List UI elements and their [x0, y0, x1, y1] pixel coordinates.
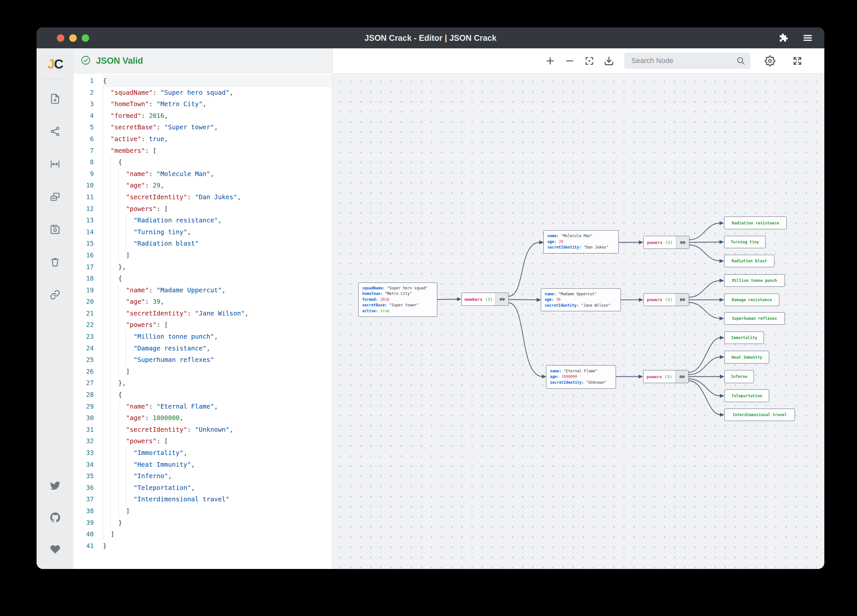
graph-canvas[interactable]: squadName: "Super hero squad"homeTown: "… [333, 73, 825, 569]
indent-guide [103, 435, 110, 447]
github-icon[interactable] [50, 511, 61, 523]
jsoncrack-logo[interactable]: JC [47, 57, 63, 71]
graph-node-member-3[interactable]: name: "Eternal Flame"age: 1000000secretI… [546, 365, 616, 388]
code-line[interactable]: 4"formed": 2016, [73, 110, 332, 122]
code-line[interactable]: 29"name": "Eternal Flame", [73, 401, 332, 413]
graph-node-powers-2[interactable]: powers (3) [644, 293, 689, 306]
line-number: 41 [73, 540, 103, 552]
code-line[interactable]: 34"Heat Immunity", [73, 459, 332, 471]
code-line[interactable]: 25"Superhuman reflexes" [73, 354, 332, 366]
menu-icon[interactable] [802, 33, 813, 43]
code-line[interactable]: 22"powers": [ [73, 319, 332, 331]
code-line[interactable]: 11"secretIdentity": "Dan Jukes", [73, 191, 332, 203]
graph-node-leaf-million-tonne-punch[interactable]: Million tonne punch [724, 274, 785, 287]
graph-node-member-2[interactable]: name: "Madame Uppercut"age: 39secretIden… [541, 288, 621, 311]
indent-guide [110, 238, 118, 249]
graph-node-member-1[interactable]: name: "Molecule Man"age: 29secretIdentit… [543, 230, 619, 254]
indent-guide [126, 331, 133, 343]
code-line[interactable]: 18{ [73, 273, 332, 285]
search-icon[interactable] [736, 56, 745, 67]
graph-node-leaf-radiation-resistance[interactable]: Radiation resistance [724, 217, 787, 229]
code-line[interactable]: 39} [73, 517, 332, 529]
graph-node-leaf-damage-resistance[interactable]: Damage resistance [724, 294, 779, 306]
code-line[interactable]: 30"age": 1000000, [73, 412, 332, 424]
center-view-button[interactable] [582, 53, 597, 68]
graph-node-root[interactable]: squadName: "Super hero squad"homeTown: "… [358, 283, 437, 317]
expand-link-icon[interactable] [676, 294, 689, 306]
settings-gear-icon[interactable] [762, 53, 777, 68]
code-line[interactable]: 9"name": "Molecule Man", [73, 168, 332, 180]
graph-node-leaf-heat-immunity[interactable]: Heat Immunity [724, 351, 769, 364]
code-line[interactable]: 23"Million tonne punch", [73, 331, 332, 343]
graph-node-leaf-turning-tiny[interactable]: Turning tiny [724, 236, 766, 248]
indent-guide [110, 412, 118, 424]
code-line[interactable]: 12"powers": [ [73, 203, 332, 215]
twitter-icon[interactable] [50, 480, 61, 491]
graph-node-powers-1[interactable]: powers (3) [644, 236, 690, 249]
share-link-icon[interactable] [50, 289, 61, 300]
code-line[interactable]: 6"active": true, [73, 133, 332, 145]
graph-node-leaf-teleportation[interactable]: Teleportation [724, 389, 769, 402]
code-line[interactable]: 37"Interdimensional travel" [73, 494, 332, 505]
code-line[interactable]: 20"age": 39, [73, 296, 332, 308]
zoom-out-button[interactable] [562, 53, 577, 68]
json-code-editor[interactable]: 1{2"squadName": "Super hero squad",3"hom… [73, 73, 332, 569]
code-line[interactable]: 28{ [73, 389, 332, 401]
new-file-icon[interactable] [50, 93, 61, 105]
extension-puzzle-icon[interactable] [778, 33, 788, 43]
graph-node-members[interactable]: members (3) [461, 293, 509, 306]
expand-link-icon[interactable] [675, 370, 688, 383]
code-line[interactable]: 41} [73, 540, 332, 552]
code-line[interactable]: 5"secretBase": "Super tower", [73, 122, 332, 133]
save-icon[interactable] [50, 223, 61, 235]
collapse-nodes-icon[interactable] [50, 158, 61, 170]
line-number: 30 [73, 412, 103, 424]
code-line[interactable]: 1{ [73, 75, 332, 87]
expand-link-icon[interactable] [495, 293, 509, 305]
code-line[interactable]: 16] [73, 249, 332, 261]
download-image-button[interactable] [601, 53, 616, 68]
code-line[interactable]: 2"squadName": "Super hero squad", [73, 87, 332, 99]
code-line[interactable]: 36"Teleportation", [73, 482, 332, 494]
graph-node-leaf-immortality[interactable]: Immortality [724, 331, 764, 344]
fullscreen-icon[interactable] [790, 53, 805, 68]
indent-guide [126, 447, 133, 459]
code-line[interactable]: 3"homeTown": "Metro City", [73, 98, 332, 110]
code-line[interactable]: 19"name": "Madame Uppercut", [73, 285, 332, 296]
leaf-node-text: Heat Immunity [732, 355, 762, 360]
delete-icon[interactable] [50, 256, 61, 268]
graph-edge [689, 379, 721, 396]
code-line[interactable]: 24"Damage resistance", [73, 343, 332, 354]
copy-icon[interactable] [50, 191, 61, 203]
code-line[interactable]: 8{ [73, 156, 332, 168]
graph-node-leaf-radiation-blast[interactable]: Radiation blast [724, 255, 774, 267]
graph-view-icon[interactable] [50, 125, 61, 137]
indent-guide [110, 331, 118, 343]
code-line[interactable]: 15"Radiation blast" [73, 238, 332, 249]
code-line[interactable]: 10"age": 29, [73, 180, 332, 191]
expand-link-icon[interactable] [676, 236, 689, 249]
sponsor-heart-icon[interactable] [50, 543, 61, 555]
code-line[interactable]: 40] [73, 528, 332, 540]
code-line[interactable]: 27}, [73, 377, 332, 389]
code-line[interactable]: 21"secretIdentity": "Jane Wilson", [73, 308, 332, 319]
code-line[interactable]: 7"members": [ [73, 145, 332, 157]
indent-guide [103, 366, 110, 378]
app-window: JSON Crack - Editor | JSON Crack JC [37, 28, 825, 569]
graph-node-leaf-interdimensional-travel[interactable]: Interdimensional travel [724, 409, 795, 421]
code-line[interactable]: 17}, [73, 261, 332, 273]
code-line[interactable]: 33"Immortality", [73, 447, 332, 459]
graph-node-leaf-superhuman-reflexes[interactable]: Superhuman reflexes [724, 312, 785, 325]
code-line[interactable]: 14"Turning tiny", [73, 226, 332, 238]
code-line[interactable]: 31"secretIdentity": "Unknown", [73, 424, 332, 436]
code-line[interactable]: 32"powers": [ [73, 435, 332, 447]
code-line[interactable]: 38] [73, 505, 332, 517]
code-line[interactable]: 26] [73, 366, 332, 378]
indent-guide [103, 354, 110, 366]
code-line[interactable]: 13"Radiation resistance", [73, 215, 332, 226]
search-node-input[interactable] [624, 53, 750, 69]
zoom-in-button[interactable] [543, 53, 557, 68]
code-line[interactable]: 35"Inferno", [73, 471, 332, 482]
graph-node-powers-3[interactable]: powers (5) [643, 370, 689, 383]
graph-node-leaf-inferno[interactable]: Inferno [724, 370, 754, 383]
